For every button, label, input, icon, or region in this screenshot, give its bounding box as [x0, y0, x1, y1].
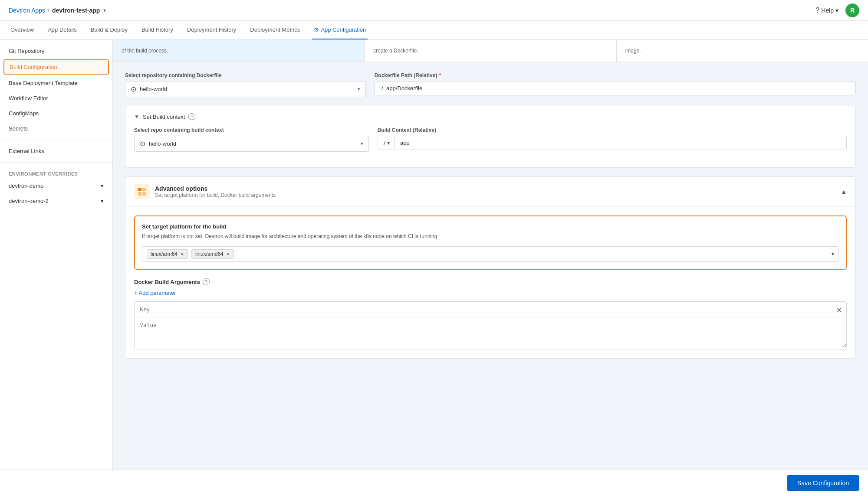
sidebar-item-build-configuration[interactable]: Build Configuration: [3, 59, 109, 75]
footer: Save Configuration: [0, 470, 868, 496]
github-icon: ⊙: [131, 85, 136, 93]
save-configuration-button[interactable]: Save Configuration: [787, 475, 859, 491]
param-key-input[interactable]: [135, 302, 846, 317]
app-name: devtron-test-app: [52, 7, 100, 14]
tab-build-history[interactable]: Build History: [140, 21, 175, 39]
devtron-demo-chevron-icon: ▾: [101, 183, 104, 189]
param-close-icon[interactable]: ✕: [836, 306, 842, 314]
repo-form-group: Select repository containing Dockerfile …: [125, 72, 366, 97]
build-card-image[interactable]: image.: [617, 40, 868, 62]
svg-rect-2: [138, 192, 141, 196]
main-content: of the build process. create a Dockerfil…: [113, 40, 868, 496]
tab-build-deploy[interactable]: Build & Deploy: [89, 21, 129, 39]
avatar[interactable]: R: [845, 3, 859, 17]
build-card-build-process-text: of the build process.: [122, 48, 168, 54]
advanced-options-header[interactable]: Advanced options Set target platform for…: [125, 177, 855, 207]
build-card-image-text: image.: [625, 48, 641, 54]
sidebar-item-configmaps[interactable]: ConfigMaps: [0, 106, 112, 121]
nav-tabs: Overview App Details Build & Deploy Buil…: [0, 21, 868, 40]
build-context-path-label: Build Context (Relative): [378, 127, 847, 133]
build-context-path-group: Build Context (Relative) ./ ▾: [378, 127, 847, 152]
add-parameter-button[interactable]: + Add parameter: [134, 290, 847, 296]
sidebar-item-base-deployment-template-label: Base Deployment Template: [9, 80, 78, 86]
build-context-help-icon[interactable]: ?: [188, 113, 195, 120]
tab-deployment-metrics[interactable]: Deployment Metrics: [248, 21, 302, 39]
form-area: Select repository containing Dockerfile …: [113, 62, 868, 378]
dockerfile-path-input[interactable]: [375, 81, 856, 95]
sidebar-item-workflow-editor[interactable]: Workflow Editor: [0, 91, 112, 106]
build-type-cards: of the build process. create a Dockerfil…: [113, 40, 868, 62]
dockerfile-path-form-group: Dockerfile Path (Relative) *: [375, 72, 856, 97]
svg-rect-0: [138, 188, 141, 191]
sidebar-item-secrets-label: Secrets: [9, 125, 28, 132]
build-context-repo-select[interactable]: ⊙ hello-world ▾: [134, 136, 369, 152]
help-chevron-icon: ▾: [835, 7, 838, 14]
advanced-options-text: Advanced options Set target platform for…: [155, 185, 276, 198]
platform-tag-linux-arm64: linux/arm64 ✕: [147, 249, 188, 259]
svg-rect-3: [142, 192, 146, 196]
build-card-build-process[interactable]: of the build process.: [113, 40, 365, 62]
tab-deployment-history[interactable]: Deployment History: [185, 21, 238, 39]
tab-app-configuration[interactable]: ⚙ App Configuration: [312, 21, 368, 39]
brand-link[interactable]: Devtron Apps: [9, 7, 45, 14]
main-layout: Git Repository Build Configuration Base …: [0, 40, 868, 496]
advanced-options-subtitle: Set target platform for build, Docker bu…: [155, 192, 276, 198]
build-context-path-prefix[interactable]: ./ ▾: [378, 136, 395, 150]
gear-icon: ⚙: [314, 26, 319, 33]
build-context-repo-label-text: Select repo containing build context: [134, 127, 224, 133]
sidebar-item-external-links-label: External Links: [9, 148, 44, 154]
param-value-textarea[interactable]: [135, 317, 846, 348]
sidebar-divider-2: [0, 162, 112, 163]
dockerfile-path-label-text: Dockerfile Path (Relative): [375, 72, 437, 78]
build-card-create-dockerfile[interactable]: create a Dockerfile.: [365, 40, 616, 62]
sidebar-item-workflow-editor-label: Workflow Editor: [9, 95, 48, 101]
repo-dockerfile-row: Select repository containing Dockerfile …: [125, 72, 856, 97]
platform-tags-row[interactable]: linux/arm64 ✕ linux/amd64 ✕ ▾: [142, 246, 839, 262]
advanced-options-icon: [134, 184, 150, 199]
sidebar-item-devtron-demo[interactable]: devtron-demo ▾: [0, 178, 112, 193]
advanced-options-title: Advanced options: [155, 185, 276, 192]
sidebar-item-configmaps-label: ConfigMaps: [9, 110, 39, 117]
devtron-demo-label: devtron-demo: [9, 183, 43, 189]
build-context-github-icon: ⊙: [140, 140, 145, 148]
sidebar-item-devtron-demo-2[interactable]: devtron-demo-2 ▾: [0, 193, 112, 209]
build-card-create-dockerfile-text: create a Dockerfile.: [373, 48, 418, 54]
advanced-options-section: Advanced options Set target platform for…: [125, 176, 856, 359]
build-context-prefix-chevron-icon: ▾: [387, 140, 390, 146]
sidebar-item-base-deployment-template[interactable]: Base Deployment Template: [0, 75, 112, 91]
sidebar-item-git-repository[interactable]: Git Repository: [0, 43, 112, 59]
advanced-options-chevron-icon: ▲: [841, 188, 847, 195]
tab-app-configuration-label: App Configuration: [321, 26, 366, 33]
devtron-demo-2-chevron-icon: ▾: [101, 198, 104, 204]
build-context-path-input[interactable]: [395, 136, 846, 150]
tab-overview[interactable]: Overview: [9, 21, 36, 39]
build-context-header[interactable]: ▼ Set Build context ?: [134, 113, 847, 120]
repo-label-text: Select repository containing Dockerfile: [125, 72, 222, 78]
platform-tag-linux-arm64-remove[interactable]: ✕: [180, 251, 184, 257]
sidebar-item-external-links[interactable]: External Links: [0, 144, 112, 159]
topbar-right: ? Help ▾ R: [815, 3, 859, 17]
help-button[interactable]: ? Help ▾: [815, 7, 838, 14]
build-context-repo-chevron-icon: ▾: [361, 141, 363, 147]
platform-tag-linux-arm64-label: linux/arm64: [151, 251, 178, 257]
param-row: ✕: [134, 301, 847, 349]
app-chevron-icon[interactable]: ▾: [103, 7, 106, 13]
advanced-options-body: Set target platform for the build If tar…: [125, 207, 855, 358]
repo-label: Select repository containing Dockerfile: [125, 72, 366, 78]
docker-args-help-icon[interactable]: ?: [203, 278, 210, 285]
content-area: of the build process. create a Dockerfil…: [113, 40, 868, 378]
docker-args-title: Docker Build Arguments ?: [134, 278, 847, 285]
build-context-row: Select repo containing build context ⊙ h…: [134, 127, 847, 152]
platform-tag-linux-amd64-remove[interactable]: ✕: [226, 251, 230, 257]
svg-rect-1: [142, 188, 146, 191]
required-star: *: [439, 72, 441, 78]
repo-select[interactable]: ⊙ hello-world ▾: [125, 81, 366, 97]
repo-select-chevron-icon: ▾: [358, 86, 360, 92]
docker-args-title-text: Docker Build Arguments: [134, 279, 200, 285]
tab-app-details[interactable]: App Details: [46, 21, 78, 39]
build-context-prefix-value: ./: [382, 140, 385, 146]
sidebar-nav: Git Repository Build Configuration Base …: [0, 40, 112, 212]
sidebar-item-secrets[interactable]: Secrets: [0, 121, 112, 136]
sidebar-item-build-configuration-label: Build Configuration: [10, 64, 57, 70]
build-context-path-label-text: Build Context (Relative): [378, 127, 436, 133]
